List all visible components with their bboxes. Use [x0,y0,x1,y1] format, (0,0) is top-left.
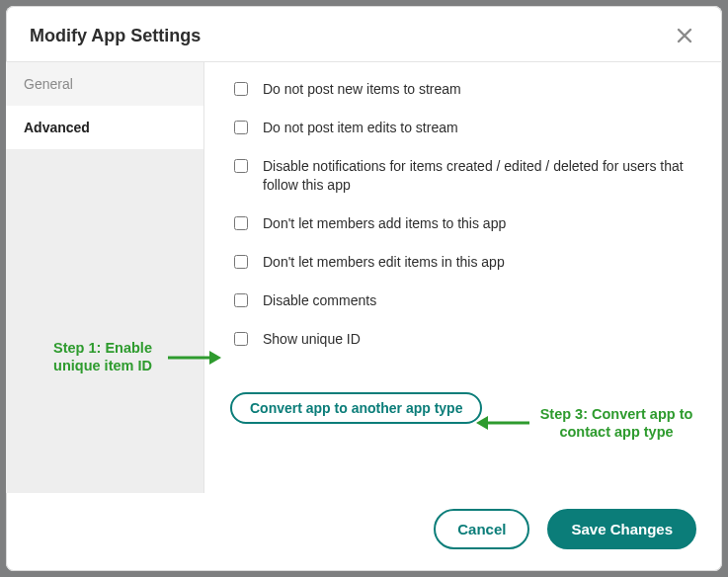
cancel-button[interactable]: Cancel [434,509,529,549]
dialog-title: Modify App Settings [30,26,201,46]
close-button[interactable] [671,22,698,49]
dialog-header: Modify App Settings [6,6,722,62]
label-no-post-edits[interactable]: Do not post item edits to stream [263,119,458,137]
tab-advanced[interactable]: Advanced [6,106,203,149]
convert-app-type-button[interactable]: Convert app to another app type [230,392,482,424]
modify-app-settings-dialog: Modify App Settings General Advanced Do … [6,6,722,571]
label-no-add-items[interactable]: Don't let members add items to this app [263,214,506,233]
option-no-add-items: Don't let members add items to this app [230,214,696,233]
settings-content: Do not post new items to stream Do not p… [204,62,722,438]
label-disable-notifications[interactable]: Disable notifications for items created … [263,157,696,195]
label-show-unique-id[interactable]: Show unique ID [263,330,361,349]
close-icon [677,28,692,43]
checkbox-no-add-items[interactable] [234,216,248,230]
option-show-unique-id: Show unique ID [230,330,696,349]
settings-sidebar: General Advanced [6,62,204,493]
label-disable-comments[interactable]: Disable comments [263,291,376,310]
label-no-post-new[interactable]: Do not post new items to stream [263,80,461,99]
option-disable-comments: Disable comments [230,291,696,310]
sidebar-fill [6,149,203,493]
option-no-post-edits: Do not post item edits to stream [230,119,696,137]
save-changes-button[interactable]: Save Changes [547,509,696,549]
option-no-edit-items: Don't let members edit items in this app [230,253,696,272]
option-no-post-new: Do not post new items to stream [230,80,696,99]
checkbox-no-edit-items[interactable] [234,255,248,269]
checkbox-disable-notifications[interactable] [234,159,248,173]
tab-general[interactable]: General [6,62,203,106]
checkbox-show-unique-id[interactable] [234,332,248,346]
dialog-body: General Advanced Do not post new items t… [6,62,722,493]
checkbox-no-post-edits[interactable] [234,121,248,134]
label-no-edit-items[interactable]: Don't let members edit items in this app [263,253,505,272]
checkbox-no-post-new[interactable] [234,82,248,96]
dialog-footer: Cancel Save Changes [6,493,722,571]
option-disable-notifications: Disable notifications for items created … [230,157,696,195]
settings-content-scroll[interactable]: Do not post new items to stream Do not p… [204,62,722,493]
checkbox-disable-comments[interactable] [234,293,248,307]
